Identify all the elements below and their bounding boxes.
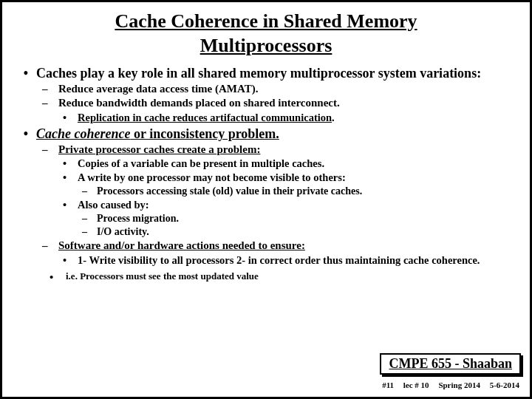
bullet-2-1-3: •Also caused by: –Process migration. –I/…	[63, 198, 516, 239]
bullet-1-2-1: •Replication in cache reduces artifactua…	[63, 111, 516, 125]
bullet-1: •Caches play a key role in all shared me…	[16, 65, 516, 124]
bullet-2-2: –Software and/or hardware actions needed…	[42, 239, 516, 267]
footer-course: CMPE 655 - Shaaban	[389, 356, 512, 371]
footer-page: #11	[382, 381, 394, 389]
bullet-2: •Cache coherence or inconsistency proble…	[16, 126, 516, 284]
bullet-list: •Caches play a key role in all shared me…	[16, 65, 516, 284]
footer-term: Spring 2014	[438, 381, 480, 389]
bullet-2-1: –Private processor caches create a probl…	[42, 143, 516, 239]
bullet-2-1-2-1: –Processors accessing stale (old) value …	[82, 185, 516, 198]
slide-title: Cache Coherence in Shared Memory Multipr…	[16, 10, 516, 58]
slide: Cache Coherence in Shared Memory Multipr…	[0, 0, 532, 399]
bullet-1-2-1-text: Replication in cache reduces artifactual…	[78, 111, 516, 125]
title-line-1: Cache Coherence in Shared Memory	[115, 10, 417, 32]
bullet-2-1-1: •Copies of a variable can be present in …	[63, 157, 516, 171]
title-line-2: Multiprocessors	[200, 35, 332, 56]
bullet-2-1-3-1: –Process migration.	[82, 212, 516, 225]
footer-lec: lec # 10	[403, 381, 429, 389]
bullet-2-3: •i.e. Processors must see the most updat…	[42, 270, 516, 285]
bullet-2-1-3-2: –I/O activity.	[82, 225, 516, 239]
bullet-1-text: Caches play a key role in all shared mem…	[36, 65, 516, 82]
footer-course-box: CMPE 655 - Shaaban	[380, 353, 521, 375]
bullet-2-1-2: •A write by one processor may not become…	[63, 171, 516, 198]
bullet-2-2-1: •1- Write visibility to all processors 2…	[63, 253, 516, 267]
footer-meta: #11 lec # 10 Spring 2014 5-6-2014	[375, 381, 519, 389]
bullet-1-1: –Reduce average data access time (AMAT).	[42, 82, 516, 97]
bullet-2-1-text: Private processor caches create a proble…	[58, 143, 516, 157]
bullet-2-text: Cache coherence or inconsistency problem…	[36, 126, 516, 143]
footer-date: 5-6-2014	[490, 381, 519, 389]
bullet-1-2-text: Reduce bandwidth demands placed on share…	[58, 96, 516, 111]
bullet-1-2: –Reduce bandwidth demands placed on shar…	[42, 96, 516, 124]
bullet-1-1-text: Reduce average data access time (AMAT).	[58, 82, 516, 97]
bullet-2-2-text: Software and/or hardware actions needed …	[58, 239, 516, 253]
